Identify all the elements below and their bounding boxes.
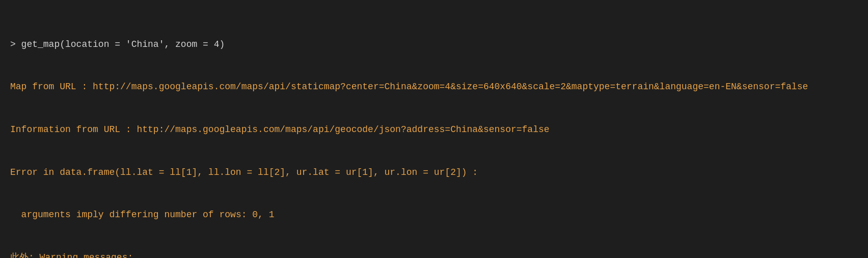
command-line: > get_map(location = 'China', zoom = 4) — [10, 38, 858, 52]
warning-header-line: 此外: Warning messages: — [10, 251, 858, 258]
info-url-line: Information from URL : http://maps.googl… — [10, 123, 858, 137]
map-url-line: Map from URL : http://maps.googleapis.co… — [10, 80, 858, 94]
error-line-1: Error in data.frame(ll.lat = ll[1], ll.l… — [10, 166, 858, 180]
console-output: > get_map(location = 'China', zoom = 4) … — [10, 9, 858, 258]
error-line-2: arguments imply differing number of rows… — [10, 208, 858, 222]
